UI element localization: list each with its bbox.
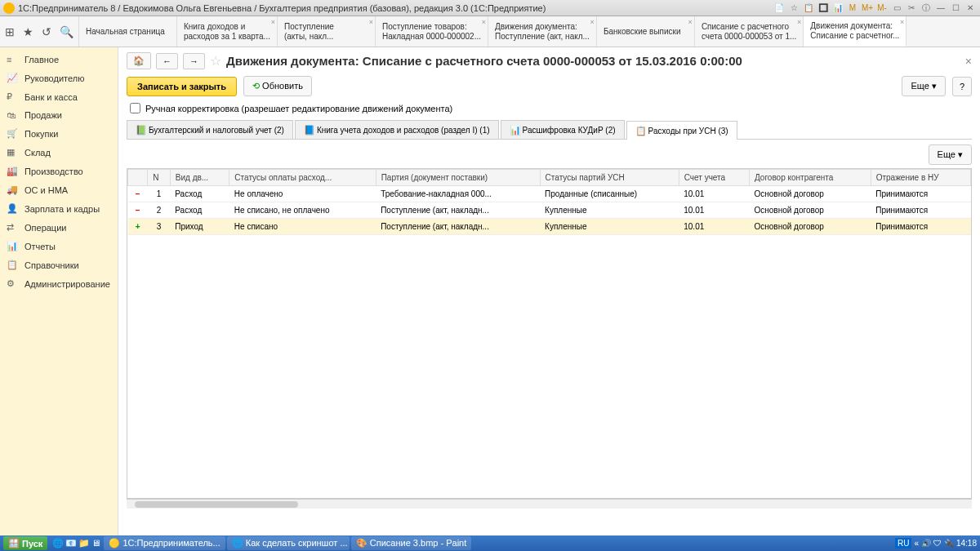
sidebar-icon: 🏭 <box>7 166 20 176</box>
quick-launch-icon[interactable]: 📧 <box>65 538 77 549</box>
column-header[interactable]: Партия (документ поставки) <box>376 170 540 186</box>
apps-icon[interactable]: ⊞ <box>5 25 15 38</box>
toolbar-icon[interactable]: ⓘ <box>920 2 933 15</box>
m-plus-icon[interactable]: M+ <box>861 2 874 15</box>
toolbar-icon[interactable]: ☆ <box>787 2 800 15</box>
sidebar-icon: 📋 <box>7 260 20 270</box>
tray-icon[interactable]: « <box>914 539 919 548</box>
manual-edit-checkbox[interactable] <box>130 103 140 113</box>
sidebar-item[interactable]: ≡Главное <box>0 51 118 69</box>
star-icon[interactable]: ★ <box>23 25 33 38</box>
sidebar-item[interactable]: 🛒Покупки <box>0 124 118 143</box>
table-row[interactable]: +3ПриходНе списаноПоступление (акт, накл… <box>128 219 971 235</box>
cell: 1 <box>148 186 171 202</box>
toolbar-icon[interactable]: 📊 <box>831 2 844 15</box>
help-button[interactable]: ? <box>952 77 972 96</box>
toolbar-icon[interactable]: 🔲 <box>817 2 830 15</box>
m-minus-icon[interactable]: M- <box>875 2 889 15</box>
sidebar-label: Производство <box>24 167 83 176</box>
favorite-icon[interactable]: ☆ <box>210 53 221 69</box>
table-row[interactable]: −2РасходНе списано, не оплаченоПоступлен… <box>128 202 971 219</box>
top-tab[interactable]: Движения документа:Поступление (акт, нак… <box>488 16 597 47</box>
tab-close-icon[interactable]: × <box>369 18 373 26</box>
m-icon[interactable]: M <box>846 2 859 15</box>
table-more-button[interactable]: Еще ▾ <box>929 144 972 165</box>
clock[interactable]: 14:18 <box>956 539 977 548</box>
inner-tab[interactable]: 📋Расходы при УСН (3) <box>626 121 737 140</box>
taskbar-item[interactable]: 🌐 Как сделать скриншот ... <box>227 536 350 550</box>
more-button[interactable]: Еще ▾ <box>902 76 945 96</box>
tab-close-icon[interactable]: × <box>797 18 801 26</box>
tray-icon[interactable]: 🔌 <box>944 539 954 548</box>
history-icon[interactable]: ↺ <box>42 25 51 38</box>
lang-indicator[interactable]: RU <box>895 538 911 549</box>
column-header[interactable]: N <box>148 170 171 186</box>
minimize-icon[interactable]: — <box>934 2 947 15</box>
home-button[interactable]: 🏠 <box>127 52 151 69</box>
sidebar-item[interactable]: 🛍Продажи <box>0 106 118 124</box>
sidebar-item[interactable]: 📈Руководителю <box>0 69 118 87</box>
window-title: 1С:Предприниматель 8 / Евдокимова Ольга … <box>18 3 773 13</box>
tab-close-icon[interactable]: × <box>271 18 275 26</box>
taskbar-item[interactable]: 🎨 Списание 3.bmp - Paint <box>351 536 472 550</box>
scrollbar-thumb[interactable] <box>135 501 298 508</box>
sidebar-item[interactable]: ⇄Операции <box>0 218 118 237</box>
tray-icon[interactable]: 🛡 <box>933 539 942 548</box>
refresh-button[interactable]: ⟲ Обновить <box>243 76 312 96</box>
sidebar-item[interactable]: 📊Отчеты <box>0 237 118 256</box>
column-header[interactable]: Договор контрагента <box>749 170 871 186</box>
sidebar-label: Главное <box>24 55 59 64</box>
quick-launch-icon[interactable]: 🌐 <box>52 538 64 549</box>
quick-launch-icon[interactable]: 📁 <box>78 538 90 549</box>
tab-close-icon[interactable]: × <box>482 18 486 26</box>
top-tab[interactable]: Движения документа:Списание с расчетног.… <box>804 16 906 47</box>
start-button[interactable]: 🪟 Пуск <box>3 536 47 550</box>
inner-tab[interactable]: 📊Расшифровка КУДиР (2) <box>501 120 625 139</box>
cell: 2 <box>148 202 171 219</box>
column-header[interactable]: Счет учета <box>679 170 749 186</box>
column-header[interactable]: Статусы партий УСН <box>540 170 679 186</box>
sidebar-item[interactable]: 📋Справочники <box>0 256 118 274</box>
sidebar-item[interactable]: ▦Склад <box>0 143 118 162</box>
sidebar-item[interactable]: ₽Банк и касса <box>0 87 118 106</box>
sign-cell: − <box>128 202 148 219</box>
top-tab[interactable]: Списание с расчетногосчета 0000-000053 о… <box>695 16 804 47</box>
forward-button[interactable]: → <box>183 53 205 69</box>
maximize-icon[interactable]: ☐ <box>949 2 962 15</box>
tab-close-icon[interactable]: × <box>590 18 595 26</box>
cell: 10.01 <box>679 202 749 219</box>
horizontal-scrollbar[interactable] <box>127 499 972 509</box>
sidebar-item[interactable]: ⚙Администрирование <box>0 274 118 293</box>
top-tab[interactable]: Поступление(акты, накл...× <box>278 16 376 47</box>
tab-close-icon[interactable]: × <box>688 18 693 26</box>
toolbar-icon[interactable]: ✂ <box>905 2 918 15</box>
toolbar-icon[interactable]: ▭ <box>890 2 903 15</box>
inner-tab[interactable]: 📗Бухгалтерский и налоговый учет (2) <box>127 120 293 139</box>
sidebar-item[interactable]: 🚚ОС и НМА <box>0 180 118 199</box>
quick-launch-icon[interactable]: 🖥 <box>91 538 100 549</box>
cell: 3 <box>148 219 171 235</box>
tray-icon[interactable]: 🔊 <box>921 539 931 548</box>
column-header[interactable]: Статусы оплаты расход... <box>229 170 376 186</box>
top-tab[interactable]: Начальная страница <box>79 16 177 47</box>
column-header[interactable]: Вид дв... <box>170 170 229 186</box>
close-page-icon[interactable]: × <box>965 55 972 68</box>
save-close-button[interactable]: Записать и закрыть <box>127 77 237 96</box>
inner-tab[interactable]: 📘Книга учета доходов и расходов (раздел … <box>295 120 499 139</box>
column-header[interactable]: Отражение в НУ <box>871 170 970 186</box>
tab-close-icon[interactable]: × <box>900 18 904 26</box>
toolbar-icon[interactable]: 📋 <box>802 2 815 15</box>
sidebar-item[interactable]: 👤Зарплата и кадры <box>0 199 118 218</box>
column-header[interactable] <box>128 170 148 186</box>
top-tab[interactable]: Банковские выписки× <box>597 16 695 47</box>
back-button[interactable]: ← <box>156 53 178 69</box>
table-row[interactable]: −1РасходНе оплаченоТребование-накладная … <box>128 186 971 202</box>
top-tab[interactable]: Поступление товаров:Накладная 0000-00000… <box>376 16 488 47</box>
sidebar-item[interactable]: 🏭Производство <box>0 162 118 180</box>
close-icon[interactable]: ✕ <box>964 2 977 15</box>
top-tab[interactable]: Книга доходов ирасходов за 1 кварта...× <box>177 16 278 47</box>
cell: Принимаются <box>871 202 970 219</box>
search-icon[interactable]: 🔍 <box>60 25 74 38</box>
toolbar-icon[interactable]: 📄 <box>773 2 786 15</box>
taskbar-item[interactable]: 🟡 1С:Предприниматель... <box>104 536 225 550</box>
